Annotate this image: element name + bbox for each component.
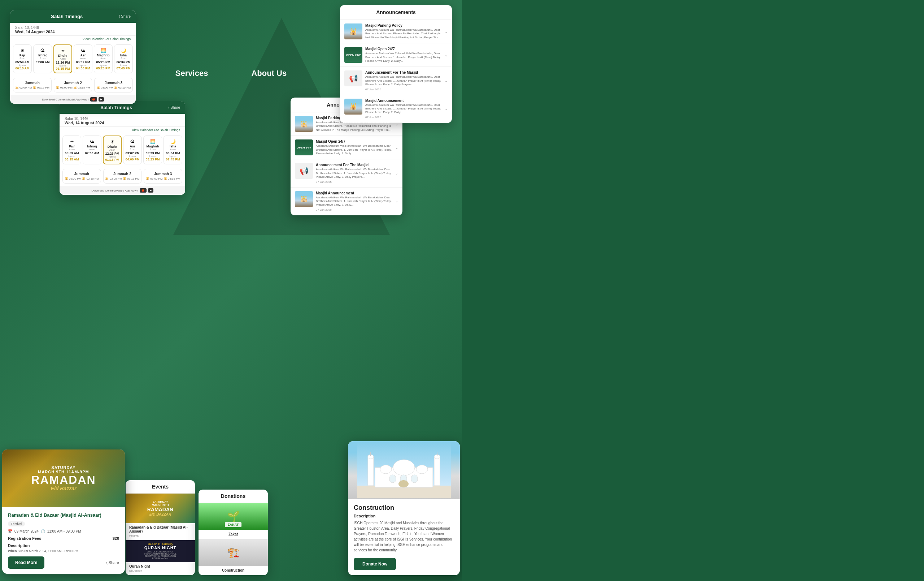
prayer-cell-maghrib: 🌅 Maghrib Azan 05:23 PM Iqama05:23 PM xyxy=(94,45,112,73)
event-detail-card: SATURDAY MARCH 9TH 11AM-9PM RAMADAN Eid … xyxy=(2,450,125,574)
construction-body: Construction Description ISGH Operates 2… xyxy=(348,499,460,575)
gregorian-date: Wed, 14 August 2024 xyxy=(15,30,131,34)
jummah-cell-jummah-2: Jummah 2 🕌 03:00 PM 🕌 03:15 PM xyxy=(103,169,142,184)
prayer-times-grid: ☀ Fajr Azan 05:59 AM Iqama06:15 AM 🌤 Ish… xyxy=(10,42,136,76)
announcement-expand-2[interactable]: ⌄ xyxy=(395,171,398,175)
announcements-card: Announcements 🕌 Masjid Parking Policy As… xyxy=(340,5,452,123)
announcement-item-1[interactable]: OPEN 24/7 Masjid Open 24/7 Assalamu Alai… xyxy=(340,43,452,67)
event-desc-title: Description xyxy=(8,543,119,548)
announcements-title: Announcements xyxy=(340,5,452,20)
clock-icon: 🕐 xyxy=(41,529,45,533)
svg-rect-13 xyxy=(389,475,396,483)
announcement-expand-3[interactable]: ⌄ xyxy=(395,199,398,203)
view-calendar-link[interactable]: View Calender For Salah Timings xyxy=(10,36,136,42)
fees-value: $20 xyxy=(112,536,119,541)
event-fees-row: Registration Fees $20 xyxy=(8,536,119,541)
event-banner-subtitle: Eid Bazzar xyxy=(51,486,76,492)
event-time-val: 11:00 AM - 09:00 PM xyxy=(47,529,81,533)
construction-card: Construction Description ISGH Operates 2… xyxy=(348,441,460,575)
prayer-cell-ishraq: 🌤 Ishraq Azan 07:00 AM xyxy=(33,45,52,73)
salah-share-btn[interactable]: ⟨ Share xyxy=(119,15,131,18)
event-banner: SATURDAY MARCH 9TH 11AM-9PM RAMADAN Eid … xyxy=(2,450,125,507)
salah-card-primary: Salah Timings ⟨ Share Safar 10, 1446 Wed… xyxy=(10,10,136,104)
svg-point-6 xyxy=(416,465,428,474)
jummah-cell-jummah-3: Jummah 3 🕌 03:00 PM 🕌 03:15 PM xyxy=(94,78,133,93)
prayer-times-grid-secondary: ☀ Fajr Azan 05:59 AM Iqama06:15 AM 🌤 Ish… xyxy=(59,133,185,167)
donate-now-button[interactable]: Donate Now xyxy=(354,558,396,570)
announcement-expand-3[interactable]: ⌄ xyxy=(445,107,447,111)
svg-rect-10 xyxy=(434,457,440,486)
event-share-button[interactable]: ⟨ Share xyxy=(106,560,119,565)
event-tag: Festival xyxy=(8,521,25,526)
announcement-item-3[interactable]: 🕌 Masjid Announcement Assalamu Alaikum W… xyxy=(290,187,403,215)
zakat-badge: ZAKAT xyxy=(225,522,241,527)
announcement-content-1: Masjid Open 24/7 Assalamu Alaikum Wa Rah… xyxy=(365,47,442,63)
event-desc-when: When Sun,09 March 2024, 11:00 AM - 09:00… xyxy=(8,549,119,553)
jummah-cell-jummah-2: Jummah 2 🕌 03:00 PM 🕌 03:15 PM xyxy=(54,78,92,93)
event-label-qurannight: Quran Night xyxy=(125,562,195,569)
hijri-date: Safar 10, 1446 xyxy=(15,26,131,30)
event-label-ramadan: Ramadan & Eid Bazaar (Masjid Al-Ansaar) xyxy=(125,523,195,534)
announcement-expand-2[interactable]: ⌄ xyxy=(445,79,447,83)
jummah-grid-secondary: Jummah 🕌 02:00 PM 🕌 02:15 PM Jummah 2 🕌 … xyxy=(59,167,185,186)
announcement-content-1: Masjid Open 24/7 Assalamu Alaikum Wa Rah… xyxy=(316,139,392,156)
event-banner-title: RAMADAN xyxy=(31,474,96,486)
event-date-val: 09 March 2024 xyxy=(15,529,39,533)
construction-image xyxy=(348,441,460,499)
announcement-item-1[interactable]: OPEN 24/7 Masjid Open 24/7 Assalamu Alai… xyxy=(290,136,403,159)
announcement-expand-1[interactable]: ⌄ xyxy=(395,146,398,150)
prayer-cell-fajr: ☀ Fajr Azan 05:59 AM Iqama06:15 AM xyxy=(13,45,32,73)
view-calendar-secondary[interactable]: View Calender For Salah Timings xyxy=(59,127,185,133)
svg-rect-7 xyxy=(368,457,374,486)
jummah-cell-jummah-3: Jummah 3 🕌 03:00 PM 🕌 03:15 PM xyxy=(144,169,182,184)
event-banner-date: SATURDAY xyxy=(51,465,76,470)
salah-share-secondary[interactable]: ⟨ Share xyxy=(168,106,180,109)
donation-thumb-construction: 🏗️ xyxy=(198,539,268,566)
donations-panel: Donations 🌱 ZAKAT Zakat 🏗️ Construction xyxy=(198,490,268,575)
prayer-cell-asr: 🌤 Asr Azan 03:07 PM Iqama04:00 PM xyxy=(123,136,142,164)
announcement-content-2: Announcement For The Masjid Assalamu Ala… xyxy=(365,70,442,91)
calendar-icon: 📅 xyxy=(8,529,12,533)
announcements-list-bg: 🕌 Masjid Parking Policy Assalamu Alaikum… xyxy=(290,113,403,215)
prayer-cell-dhuhr: ☀ Dhuhr Azan 12:26 PM Iqama01:15 PM xyxy=(103,136,122,164)
announcement-content-2: Announcement For The Masjid Assalamu Ala… xyxy=(316,163,392,183)
event-thumb-qurannight: MASJID EL FAROUQ QURAN NIGHT JOIN US FOR… xyxy=(125,540,195,562)
announcements-list: 🕌 Masjid Parking Policy Assalamu Alaikum… xyxy=(340,20,452,123)
event-tag-qurannight: Education xyxy=(125,569,195,575)
donation-construction-label: Construction xyxy=(198,566,268,575)
prayer-cell-maghrib: 🌅 Maghrib Azan 05:23 PM Iqama05:23 PM xyxy=(143,136,162,164)
prayer-cell-ishraq: 🌤 Ishraq Azan 07:00 AM xyxy=(82,136,101,164)
donations-panel-title: Donations xyxy=(198,490,268,503)
gregorian-date-secondary: Wed, 14 August 2024 xyxy=(64,121,180,125)
prayer-cell-dhuhr: ☀ Dhuhr Azan 12:26 PM Iqama01:15 PM xyxy=(53,45,72,73)
announcement-expand-1[interactable]: ⌄ xyxy=(445,53,447,57)
events-panel-title: Events xyxy=(125,480,195,493)
announcement-expand-0[interactable]: ⌄ xyxy=(445,30,447,34)
read-more-button[interactable]: Read More xyxy=(8,556,45,569)
construction-desc-label: Description xyxy=(354,514,454,518)
jummah-grid: Jummah 🕌 02:00 PM 🕌 02:15 PM Jummah 2 🕌 … xyxy=(10,76,136,95)
events-panel: Events SATURDAY MARCH 9TH RAMADAN Eid Ba… xyxy=(125,480,195,575)
jummah-cell-jummah: Jummah 🕌 02:00 PM 🕌 02:15 PM xyxy=(13,78,52,93)
construction-desc-text: ISGH Operates 20 Masjid and Musallahs th… xyxy=(354,520,454,553)
hijri-date-secondary: Safar 10, 1446 xyxy=(64,117,180,121)
fees-label: Registration Fees xyxy=(8,536,41,541)
apple-badge[interactable]: 🍎 xyxy=(90,97,97,101)
event-action-row: Read More ⟨ Share xyxy=(8,556,119,569)
prayer-cell-fajr: ☀ Fajr Azan 05:59 AM Iqama06:15 AM xyxy=(63,136,81,164)
announcement-content-0: Masjid Parking Policy Assalamu Alaikum W… xyxy=(365,23,442,40)
jummah-cell-jummah: Jummah 🕌 02:00 PM 🕌 02:15 PM xyxy=(63,169,101,184)
event-date-row: 📅 09 March 2024 🕐 11:00 AM - 09:00 PM xyxy=(8,529,119,533)
announcement-content-3: Masjid Announcement Assalamu Alaikum Wa … xyxy=(365,99,442,119)
construction-title: Construction xyxy=(354,504,454,511)
salah-title: Salah Timings xyxy=(15,14,119,19)
event-body: Ramadan & Eid Bazaar (Masjid Al-Ansaar) … xyxy=(2,507,125,574)
salah-title-secondary: Salah Timings xyxy=(64,105,168,110)
announcement-item-0[interactable]: 🕌 Masjid Parking Policy Assalamu Alaikum… xyxy=(340,20,452,43)
android-badge[interactable]: ▶ xyxy=(99,97,104,101)
announcement-item-3[interactable]: 🕌 Masjid Announcement Assalamu Alaikum W… xyxy=(340,95,452,123)
announcement-item-2[interactable]: 📢 Announcement For The Masjid Assalamu A… xyxy=(290,159,403,187)
svg-rect-16 xyxy=(398,480,409,487)
svg-point-4 xyxy=(393,460,415,475)
announcement-item-2[interactable]: 📢 Announcement For The Masjid Assalamu A… xyxy=(340,67,452,95)
